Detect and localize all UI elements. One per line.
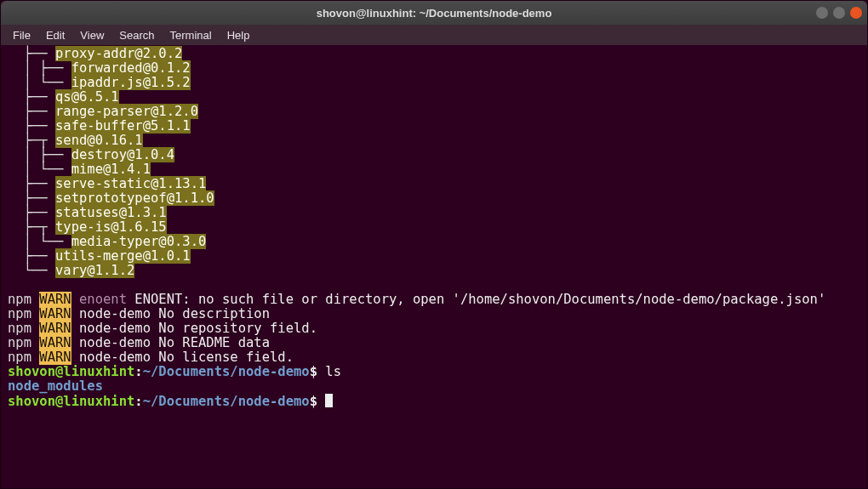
- tree-line: ├── statuses@1.3.1: [8, 206, 860, 220]
- package-name: utils-merge@1.0.1: [55, 248, 191, 264]
- tree-line: ├── range-parser@1.2.0: [8, 105, 860, 119]
- prompt-path: ~/Documents/node-demo: [143, 394, 310, 409]
- menu-help[interactable]: Help: [220, 27, 257, 43]
- warn-badge: WARN: [39, 321, 71, 336]
- package-name: serve-static@1.13.1: [55, 176, 206, 191]
- menu-terminal[interactable]: Terminal: [163, 27, 219, 43]
- warn-badge: WARN: [39, 306, 71, 321]
- warn-badge: WARN: [39, 335, 71, 350]
- tree-line: ├── proxy-addr@2.0.2: [8, 47, 860, 61]
- npm-warn-line: npm WARN node-demo No license field.: [8, 350, 860, 365]
- tree-line: │ └── ipaddr.js@1.5.2: [8, 76, 860, 90]
- titlebar[interactable]: shovon@linuxhint: ~/Documents/node-demo: [1, 1, 867, 25]
- tree-line: ├── utils-merge@1.0.1: [8, 249, 860, 264]
- tree-line: ├── serve-static@1.13.1: [8, 177, 860, 191]
- package-name: ipaddr.js@1.5.2: [71, 75, 191, 90]
- tree-line: └── vary@1.1.2: [8, 264, 860, 278]
- prompt-user: shovon@linuxhint: [8, 364, 134, 379]
- npm-warn-line: npm WARN enoent ENOENT: no such file or …: [8, 293, 860, 307]
- package-name: media-typer@0.3.0: [71, 234, 207, 249]
- prompt-user: shovon@linuxhint: [8, 394, 134, 409]
- menubar: File Edit View Search Terminal Help: [1, 25, 867, 45]
- prompt-line: shovon@linuxhint:~/Documents/node-demo$: [8, 394, 860, 408]
- menu-edit[interactable]: Edit: [39, 27, 71, 43]
- package-name: proxy-addr@2.0.2: [55, 46, 182, 61]
- warn-badge: WARN: [39, 350, 71, 365]
- menu-view[interactable]: View: [73, 27, 111, 43]
- package-name: range-parser@1.2.0: [55, 104, 198, 119]
- package-name: qs@6.5.1: [55, 89, 119, 105]
- tree-line: ├─┬ type-is@1.6.15: [8, 220, 860, 235]
- tree-line: │ └── mime@1.4.1: [8, 162, 860, 177]
- blank-line: [8, 278, 860, 293]
- warn-badge: WARN: [39, 292, 71, 307]
- package-name: vary@1.1.2: [55, 263, 134, 278]
- package-name: type-is@1.6.15: [55, 219, 167, 235]
- tree-line: │ └── media-typer@0.3.0: [8, 235, 860, 249]
- tree-line: ├── setprototypeof@1.1.0: [8, 191, 860, 206]
- terminal-window: shovon@linuxhint: ~/Documents/node-demo …: [0, 0, 868, 489]
- package-name: statuses@1.3.1: [55, 205, 167, 220]
- npm-warn-line: npm WARN node-demo No repository field.: [8, 321, 860, 336]
- npm-warn-line: npm WARN node-demo No description: [8, 307, 860, 321]
- tree-line: ├── safe-buffer@5.1.1: [8, 119, 860, 134]
- prompt-path: ~/Documents/node-demo: [143, 364, 310, 379]
- maximize-button[interactable]: [833, 7, 845, 19]
- window-title: shovon@linuxhint: ~/Documents/node-demo: [317, 7, 552, 20]
- cursor: [325, 394, 333, 407]
- menu-file[interactable]: File: [6, 27, 37, 43]
- tree-line: ├── qs@6.5.1: [8, 90, 860, 105]
- window-controls: [816, 7, 862, 19]
- close-button[interactable]: [850, 7, 862, 19]
- package-name: destroy@1.0.4: [71, 147, 174, 162]
- menu-search[interactable]: Search: [112, 27, 161, 43]
- tree-line: │ ├── forwarded@0.1.2: [8, 61, 860, 76]
- ls-output: node_modules: [8, 379, 860, 394]
- directory-name: node_modules: [8, 378, 103, 394]
- tree-line: ├─┬ send@0.16.1: [8, 134, 860, 148]
- prompt-line: shovon@linuxhint:~/Documents/node-demo$ …: [8, 365, 860, 379]
- package-name: safe-buffer@5.1.1: [55, 118, 191, 134]
- minimize-button[interactable]: [816, 7, 828, 19]
- package-name: setprototypeof@1.1.0: [55, 190, 214, 206]
- command-text: ls: [317, 364, 341, 379]
- package-name: send@0.16.1: [55, 133, 143, 148]
- tree-line: │ ├── destroy@1.0.4: [8, 148, 860, 162]
- terminal-body[interactable]: ├── proxy-addr@2.0.2 │ ├── forwarded@0.1…: [1, 45, 867, 415]
- package-name: mime@1.4.1: [71, 162, 151, 177]
- npm-warn-line: npm WARN node-demo No README data: [8, 336, 860, 350]
- package-name: forwarded@0.1.2: [71, 60, 191, 76]
